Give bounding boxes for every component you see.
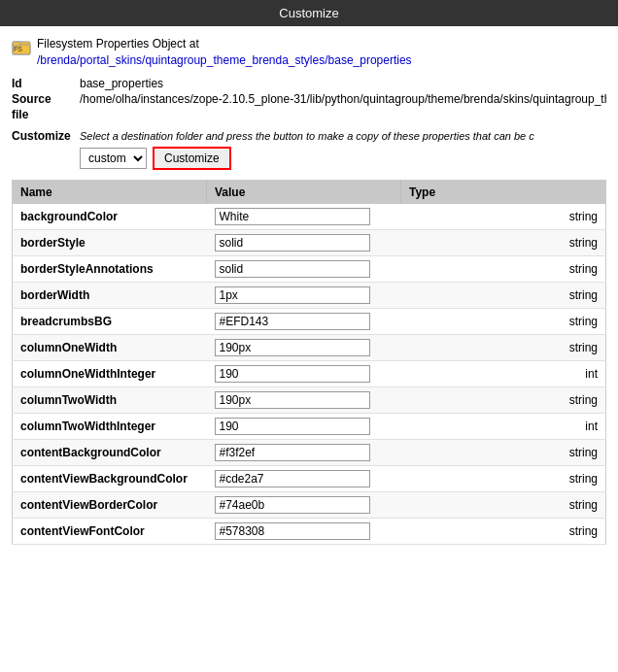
table-row: borderStyleAnnotationsstring	[13, 255, 606, 282]
prop-type-cell: int	[401, 413, 606, 439]
source-value: /home/olha/instances/zope-2.10.5_plone-3…	[80, 92, 606, 106]
prop-value-input[interactable]	[215, 470, 370, 487]
customize-button[interactable]: Customize	[153, 147, 231, 170]
prop-value-input[interactable]	[215, 208, 370, 225]
meta-id-row: Id base_properties	[12, 77, 606, 90]
customize-description: Select a destination folder and press th…	[80, 128, 534, 142]
table-row: contentViewBackgroundColorstring	[13, 465, 606, 491]
prop-name: contentBackgroundColor	[20, 446, 161, 459]
title-bar: Customize	[0, 0, 618, 26]
meta-file-row: file	[12, 108, 606, 121]
prop-name: borderWidth	[20, 288, 89, 302]
meta-table: Id base_properties Source /home/olha/ins…	[12, 77, 606, 121]
table-row: breadcrumbsBGstring	[13, 308, 606, 334]
prop-type-cell: string	[401, 308, 606, 334]
id-value: base_properties	[80, 77, 163, 90]
prop-name: contentViewBackgroundColor	[20, 472, 188, 486]
table-row: contentViewBorderColorstring	[13, 491, 606, 518]
prop-name-cell: contentViewBorderColor	[13, 491, 207, 518]
prop-value-input[interactable]	[215, 391, 370, 409]
prop-value-input[interactable]	[215, 365, 370, 383]
filesystem-header: FS Filesystem Properties Object at /bren…	[12, 36, 606, 69]
filesystem-prefix: Filesystem Properties Object at	[37, 37, 199, 50]
customize-label: Customize	[12, 129, 80, 143]
filesystem-icon: FS	[12, 38, 31, 57]
prop-name-cell: contentViewBackgroundColor	[13, 465, 207, 491]
file-label: file	[12, 108, 80, 121]
prop-value-input[interactable]	[215, 260, 370, 278]
table-row: backgroundColorstring	[13, 204, 606, 230]
prop-name: contentViewBorderColor	[20, 498, 157, 512]
prop-name-cell: columnTwoWidth	[13, 386, 207, 413]
prop-name-cell: columnOneWidthInteger	[13, 360, 207, 386]
prop-value-cell[interactable]	[207, 282, 401, 308]
prop-value-cell[interactable]	[207, 204, 401, 230]
prop-value-cell[interactable]	[207, 491, 401, 518]
prop-value-input[interactable]	[215, 496, 370, 514]
prop-type-cell: string	[401, 334, 606, 360]
prop-type-cell: string	[401, 518, 606, 544]
table-header-row: Name Value Type	[13, 180, 606, 204]
prop-name: columnTwoWidthInteger	[20, 420, 155, 433]
prop-value-cell[interactable]	[207, 465, 401, 491]
prop-name: breadcrumbsBG	[20, 315, 112, 328]
prop-value-input[interactable]	[215, 522, 370, 540]
prop-name-cell: contentViewFontColor	[13, 518, 207, 544]
prop-type-cell: string	[401, 229, 606, 255]
prop-value-cell[interactable]	[207, 360, 401, 386]
prop-type-cell: string	[401, 386, 606, 413]
prop-value-input[interactable]	[215, 286, 370, 304]
title-label: Customize	[279, 6, 338, 20]
prop-value-cell[interactable]	[207, 386, 401, 413]
prop-name-cell: backgroundColor	[13, 204, 207, 230]
prop-value-input[interactable]	[215, 339, 370, 356]
prop-name: contentViewFontColor	[20, 524, 145, 538]
prop-name-cell: borderWidth	[13, 282, 207, 308]
prop-name-cell: columnOneWidth	[13, 334, 207, 360]
table-row: columnTwoWidthstring	[13, 386, 606, 413]
prop-value-cell[interactable]	[207, 413, 401, 439]
prop-type-cell: string	[401, 491, 606, 518]
prop-name: borderStyle	[20, 236, 86, 250]
properties-table: Name Value Type backgroundColorstringbor…	[12, 180, 606, 545]
prop-name: columnOneWidth	[20, 341, 117, 354]
prop-value-input[interactable]	[215, 444, 370, 461]
col-header-type: Type	[401, 180, 606, 204]
table-row: columnOneWidthIntegerint	[13, 360, 606, 386]
table-row: columnTwoWidthIntegerint	[13, 413, 606, 439]
id-label: Id	[12, 77, 80, 90]
prop-value-input[interactable]	[215, 234, 370, 252]
prop-value-cell[interactable]	[207, 439, 401, 465]
prop-name-cell: borderStyle	[13, 229, 207, 255]
prop-value-cell[interactable]	[207, 518, 401, 544]
table-row: contentBackgroundColorstring	[13, 439, 606, 465]
prop-name: borderStyleAnnotations	[20, 262, 154, 276]
prop-value-input[interactable]	[215, 313, 370, 330]
table-row: columnOneWidthstring	[13, 334, 606, 360]
prop-name: columnOneWidthInteger	[20, 367, 155, 381]
prop-type-cell: string	[401, 465, 606, 491]
table-row: borderWidthstring	[13, 282, 606, 308]
prop-value-input[interactable]	[215, 418, 370, 435]
table-row: borderStylestring	[13, 229, 606, 255]
table-row: contentViewFontColorstring	[13, 518, 606, 544]
prop-name: backgroundColor	[20, 210, 118, 223]
prop-type-cell: string	[401, 439, 606, 465]
prop-name: columnTwoWidth	[20, 393, 117, 407]
prop-value-cell[interactable]	[207, 308, 401, 334]
prop-type-cell: string	[401, 255, 606, 282]
svg-text:FS: FS	[14, 46, 22, 52]
filesystem-link[interactable]: /brenda/portal_skins/quintagroup_theme_b…	[37, 53, 412, 67]
prop-name-cell: breadcrumbsBG	[13, 308, 207, 334]
prop-name-cell: columnTwoWidthInteger	[13, 413, 207, 439]
prop-name-cell: borderStyleAnnotations	[13, 255, 207, 282]
prop-type-cell: int	[401, 360, 606, 386]
prop-value-cell[interactable]	[207, 255, 401, 282]
prop-type-cell: string	[401, 204, 606, 230]
prop-value-cell[interactable]	[207, 229, 401, 255]
source-label: Source	[12, 92, 80, 106]
prop-name-cell: contentBackgroundColor	[13, 439, 207, 465]
filesystem-title: Filesystem Properties Object at /brenda/…	[37, 36, 412, 69]
prop-value-cell[interactable]	[207, 334, 401, 360]
customize-select[interactable]: custom	[80, 148, 147, 169]
